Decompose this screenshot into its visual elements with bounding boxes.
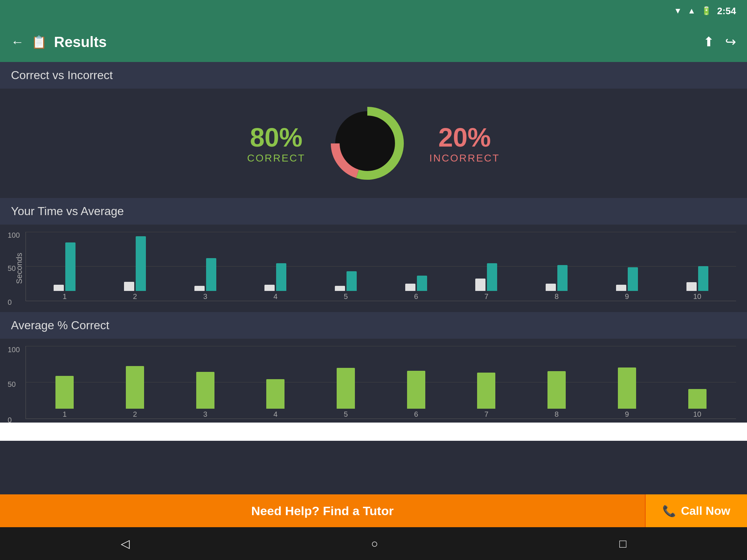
time-bar-group: 10 — [686, 266, 708, 301]
avg-chart-area: 100 50 0 12345678910 — [0, 339, 747, 423]
y-tick-0: 0 — [8, 298, 12, 306]
x-axis-label: 7 — [484, 410, 488, 419]
avg-bar-group: 10 — [688, 389, 707, 419]
x-axis-label: 4 — [274, 292, 278, 301]
time-vs-avg-header: Your Time vs Average — [0, 198, 747, 225]
your-time-bar — [616, 285, 626, 291]
white-space — [0, 423, 747, 441]
time-chart-section: Seconds 100 50 0 12345678910 — [0, 225, 747, 312]
x-axis-label: 8 — [555, 410, 559, 419]
avg-correct-bar — [126, 366, 144, 409]
page-title: Results — [54, 34, 107, 50]
avg-correct-bar — [196, 372, 214, 409]
x-axis-label: 6 — [414, 410, 418, 419]
donut-chart — [327, 103, 407, 183]
app-bar: ← 📋 Results ⬆ ↪ — [0, 22, 747, 62]
avg-bar-group: 1 — [55, 376, 74, 419]
your-time-bar — [405, 284, 415, 291]
avg-bar-group: 6 — [407, 371, 425, 419]
time-bar-group: 7 — [475, 263, 497, 301]
help-text: Need Help? Find a Tutor — [251, 504, 394, 518]
share-button[interactable]: ⬆ — [703, 34, 714, 50]
correct-label: 80% CORRECT — [247, 122, 305, 164]
x-axis-label: 10 — [693, 292, 701, 301]
avg-bar-group: 3 — [196, 372, 214, 419]
call-now-label: Call Now — [681, 504, 730, 518]
x-axis-label: 3 — [203, 410, 207, 419]
recents-nav-button[interactable]: □ — [619, 537, 626, 551]
avg-time-bar — [276, 263, 286, 291]
avg-bars: 12345678910 — [26, 346, 736, 419]
avg-correct-bar — [407, 371, 425, 409]
x-axis-label: 2 — [133, 410, 137, 419]
correct-text: CORRECT — [247, 152, 305, 164]
signal-icon: ▲ — [688, 6, 696, 16]
avg-chart-inner: 100 50 0 12345678910 — [26, 346, 736, 419]
x-axis-label: 10 — [693, 410, 701, 419]
avg-time-bar — [206, 258, 216, 291]
x-axis-label: 5 — [344, 292, 348, 301]
correct-pct: 80% — [247, 122, 305, 152]
time-bar-group: 9 — [616, 267, 638, 301]
x-axis-label: 5 — [344, 410, 348, 419]
avg-y-tick-0: 0 — [8, 416, 12, 424]
your-time-bar — [194, 286, 205, 291]
avg-time-bar — [136, 236, 146, 291]
home-nav-button[interactable]: ○ — [371, 537, 378, 551]
x-axis-label: 4 — [274, 410, 278, 419]
x-axis-label: 6 — [414, 292, 418, 301]
your-time-bar — [124, 282, 134, 291]
avg-time-bar — [487, 263, 497, 291]
avg-correct-bar — [266, 379, 285, 409]
replay-button[interactable]: ↪ — [725, 34, 736, 50]
avg-time-bar — [628, 267, 638, 291]
document-icon: 📋 — [31, 35, 47, 49]
avg-correct-bar — [55, 376, 74, 409]
avg-bar-group: 5 — [337, 368, 355, 419]
avg-correct-bar — [337, 368, 355, 409]
time-bar-group: 2 — [124, 236, 146, 301]
avg-correct-bar — [688, 389, 707, 409]
avg-time-bar — [417, 276, 427, 291]
x-axis-label: 9 — [625, 292, 629, 301]
incorrect-pct: 20% — [429, 122, 500, 152]
call-now-button[interactable]: 📞 Call Now — [645, 494, 747, 527]
avg-time-bar — [698, 266, 708, 291]
status-bar: ▼ ▲ 🔋 2:54 — [0, 0, 747, 22]
avg-chart-section: 100 50 0 12345678910 — [0, 339, 747, 423]
wifi-icon: ▼ — [674, 6, 682, 16]
x-axis-label: 7 — [484, 292, 488, 301]
your-time-bar — [264, 285, 275, 291]
x-axis-label: 1 — [63, 410, 67, 419]
incorrect-text: INCORRECT — [429, 152, 500, 164]
your-time-bar — [335, 286, 345, 291]
y-tick-50: 50 — [8, 264, 16, 273]
avg-y-tick-100: 100 — [8, 345, 20, 354]
back-button[interactable]: ← — [11, 34, 24, 50]
time-bar-group: 1 — [54, 242, 76, 301]
x-axis-label: 2 — [133, 292, 137, 301]
your-time-bar — [475, 279, 485, 291]
time-chart-inner: 100 50 0 12345678910 — [26, 232, 736, 301]
avg-time-bar — [557, 265, 568, 291]
your-time-bar — [54, 285, 64, 291]
x-axis-label: 1 — [63, 292, 67, 301]
time-chart-area: Seconds 100 50 0 12345678910 — [0, 225, 747, 312]
status-time: 2:54 — [717, 5, 736, 17]
avg-correct-header: Average % Correct — [0, 312, 747, 339]
time-bar-group: 5 — [335, 271, 357, 301]
time-bar-group: 3 — [194, 258, 216, 301]
avg-time-bar — [347, 271, 357, 291]
y-axis-label: Seconds — [15, 253, 24, 284]
avg-correct-bar — [477, 373, 495, 409]
x-axis-label: 3 — [203, 292, 207, 301]
incorrect-label: 20% INCORRECT — [429, 122, 500, 164]
time-bars: 12345678910 — [26, 232, 736, 301]
time-bar-group: 6 — [405, 276, 427, 301]
phone-icon: 📞 — [662, 505, 676, 517]
nav-bar: ◁ ○ □ — [0, 527, 747, 560]
y-tick-100: 100 — [8, 231, 20, 240]
back-nav-button[interactable]: ◁ — [121, 537, 130, 551]
donut-section: 80% CORRECT 20% INCORRECT — [0, 89, 747, 198]
avg-y-tick-50: 50 — [8, 380, 16, 389]
